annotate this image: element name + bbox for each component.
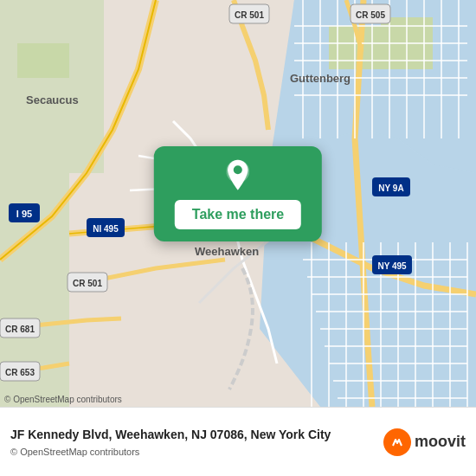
osm-credit: © OpenStreetMap contributors xyxy=(10,447,383,457)
svg-text:CR 681: CR 681 xyxy=(5,325,35,334)
moovit-logo: moovit xyxy=(383,428,466,456)
svg-text:NI 495: NI 495 xyxy=(93,224,119,234)
info-bar: JF Kennedy Blvd, Weehawken, NJ 07086, Ne… xyxy=(0,407,476,476)
svg-text:NY 495: NY 495 xyxy=(377,261,407,271)
popup-overlay: Take me there xyxy=(154,146,322,241)
svg-text:NY 9A: NY 9A xyxy=(378,183,403,193)
svg-text:CR 501: CR 501 xyxy=(73,279,102,288)
svg-text:CR 505: CR 505 xyxy=(356,10,385,20)
svg-text:I 95: I 95 xyxy=(16,209,32,219)
svg-text:Secaucus: Secaucus xyxy=(26,93,79,106)
moovit-icon xyxy=(383,428,411,456)
place-info: JF Kennedy Blvd, Weehawken, NJ 07086, Ne… xyxy=(10,427,383,458)
place-name: JF Kennedy Blvd, Weehawken, NJ 07086, Ne… xyxy=(10,427,383,444)
svg-text:CR 653: CR 653 xyxy=(5,368,35,377)
svg-rect-5 xyxy=(17,43,69,78)
map-container: I 95 NI 495 NY 9A NY 495 CR 501 CR 505 C… xyxy=(0,0,476,407)
svg-point-66 xyxy=(234,165,242,174)
svg-rect-3 xyxy=(0,0,104,173)
svg-text:© OpenStreetMap contributors: © OpenStreetMap contributors xyxy=(4,395,122,404)
take-me-there-button[interactable]: Take me there xyxy=(175,200,301,229)
svg-text:Guttenberg: Guttenberg xyxy=(290,72,351,85)
svg-text:Weehawken: Weehawken xyxy=(195,245,259,258)
svg-text:CR 501: CR 501 xyxy=(235,10,264,20)
location-pin-icon xyxy=(221,158,255,193)
moovit-text: moovit xyxy=(415,433,466,451)
